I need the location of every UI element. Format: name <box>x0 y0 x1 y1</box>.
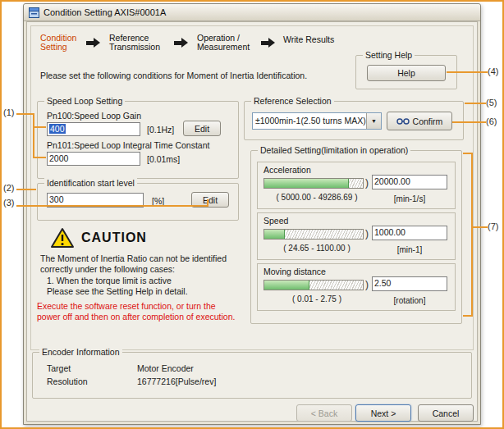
callout-label-2: (2) <box>3 183 14 193</box>
caution-case1: 1. When the torque limit is active <box>47 276 172 285</box>
callout-label-3: (3) <box>3 198 14 208</box>
next-button[interactable]: Next > <box>355 404 411 422</box>
instruction-text: Please set the following conditions for … <box>40 71 307 80</box>
pn100-edit-button[interactable]: Edit <box>183 121 221 136</box>
step-label: Setting <box>40 43 76 52</box>
encoder-information-group: Encoder Information <box>32 352 472 399</box>
slider-fill <box>264 281 309 290</box>
speed-range: ( 24.65 - 1100.00 ) <box>263 244 370 253</box>
acceleration-label: Acceleration <box>263 165 311 175</box>
callout-line <box>463 153 473 154</box>
pn100-unit: [0.1Hz] <box>147 125 174 135</box>
moving-distance-slider[interactable] <box>263 280 364 290</box>
reference-select-value: ±1000min-1(2.50 turns MAX) <box>253 113 366 129</box>
moving-distance-label: Moving distance <box>263 267 326 276</box>
speed-unit: [min-1] <box>372 245 447 255</box>
pn100-input[interactable]: 400 <box>47 122 140 136</box>
wizard-step-reference-transmission: Reference Transmission <box>109 34 160 52</box>
edit-button-label: Edit <box>203 195 218 205</box>
warning-triangle-icon <box>50 227 75 249</box>
glasses-icon <box>396 117 410 126</box>
moving-distance-range: ( 0.01 - 2.75 ) <box>263 294 370 304</box>
callout-label-5: (5) <box>486 98 497 107</box>
slider-pointer: ) <box>365 280 369 290</box>
moving-distance-input[interactable]: 2.50 <box>372 276 447 291</box>
callout-label-6: (6) <box>486 116 497 126</box>
acceleration-unit: [min-1/s] <box>372 194 447 204</box>
speed-slider[interactable] <box>263 229 364 240</box>
callout-label-7: (7) <box>488 221 498 231</box>
callout-label-4: (4) <box>488 66 498 76</box>
caution-warning-text: Execute the software reset function, or … <box>37 301 241 322</box>
title-bar: Condition Setting AXIS#0001A <box>24 4 480 21</box>
caution-intro: The Moment of Inertia Ratio can not be i… <box>40 253 237 275</box>
setting-help-group-label: Setting Help <box>363 50 415 61</box>
step-label: Transmission <box>109 43 160 52</box>
cancel-button[interactable]: Cancel <box>418 404 474 422</box>
callout-line <box>463 315 473 317</box>
callout-line <box>447 71 488 73</box>
caution-note: Please see the Setting Help in detail. <box>47 286 188 296</box>
encoder-target-value: Motor Encoder <box>137 363 194 373</box>
pn101-unit: [0.01ms] <box>147 154 180 164</box>
screenshot-canvas: Condition Setting AXIS#0001A Condition S… <box>0 0 504 429</box>
speed-loop-group-label: Speed Loop Setting <box>44 96 125 107</box>
help-button[interactable]: Help <box>367 65 446 81</box>
acceleration-value: 20000.00 <box>374 176 410 186</box>
acceleration-input[interactable]: 20000.00 <box>372 175 447 189</box>
acceleration-slider[interactable] <box>263 178 364 189</box>
detailed-setting-group-label: Detailed Setting(limitation in operation… <box>258 145 410 156</box>
wizard-step-operation-measurement: Operation / Measurement <box>197 34 250 52</box>
callout-line <box>465 103 486 104</box>
encoder-group-label: Encoder Information <box>39 347 122 358</box>
confirm-button-label: Confirm <box>413 116 443 126</box>
chevron-down-icon[interactable]: ▼ <box>366 113 381 129</box>
identification-group-label: Identification start level <box>44 178 137 189</box>
pn100-label: Pn100:Speed Loop Gain <box>47 111 141 121</box>
edit-button-label: Edit <box>195 124 209 134</box>
help-button-label: Help <box>397 68 415 78</box>
callout-line <box>33 126 46 128</box>
callout-line <box>16 205 208 207</box>
callout-line <box>33 157 46 158</box>
pn101-value: 2000 <box>49 153 68 163</box>
callout-line <box>452 121 486 123</box>
callout-label-1: (1) <box>3 107 14 117</box>
confirm-button[interactable]: Confirm <box>387 112 452 130</box>
step-arrow-icon <box>174 38 188 48</box>
step-arrow-icon <box>261 38 275 48</box>
back-button-label: < Back <box>311 408 337 418</box>
step-label: Write Results <box>283 35 334 44</box>
next-button-label: Next > <box>371 408 396 418</box>
pn101-input[interactable]: 2000 <box>47 152 140 166</box>
callout-line <box>471 226 488 228</box>
encoder-resolution-value: 16777216[Pulse/rev] <box>137 377 216 386</box>
speed-input[interactable]: 1000.00 <box>372 226 447 240</box>
back-button: < Back <box>296 404 352 422</box>
pn100-value: 400 <box>49 124 66 134</box>
condition-setting-window: Condition Setting AXIS#0001A Condition S… <box>23 3 481 425</box>
callout-line <box>471 153 473 317</box>
callout-line <box>207 199 208 206</box>
callout-line <box>33 113 34 158</box>
encoder-resolution-label: Resolution <box>47 377 88 386</box>
application-icon <box>29 7 39 18</box>
callout-line <box>16 113 33 115</box>
slider-pointer: ) <box>365 229 369 240</box>
encoder-target-label: Target <box>47 363 71 373</box>
moving-distance-value: 2.50 <box>374 278 391 288</box>
callout-line <box>16 189 36 190</box>
reference-select[interactable]: ±1000min-1(2.50 turns MAX) ▼ <box>252 112 382 130</box>
reference-selection-group-label: Reference Selection <box>251 96 334 107</box>
wizard-step-write-results: Write Results <box>283 35 334 44</box>
slider-fill <box>264 179 349 188</box>
moving-distance-unit: [rotation] <box>372 296 447 306</box>
caution-title: CAUTION <box>81 230 147 245</box>
window-title: Condition Setting AXIS#0001A <box>44 7 166 17</box>
wizard-step-condition-setting: Condition Setting <box>40 34 76 52</box>
cancel-button-label: Cancel <box>433 408 460 418</box>
pn101-label: Pn101:Speed Loop Integral Time Constant <box>47 140 209 150</box>
step-label: Measurement <box>197 43 250 52</box>
speed-value: 1000.00 <box>374 227 405 237</box>
slider-fill <box>264 230 285 239</box>
